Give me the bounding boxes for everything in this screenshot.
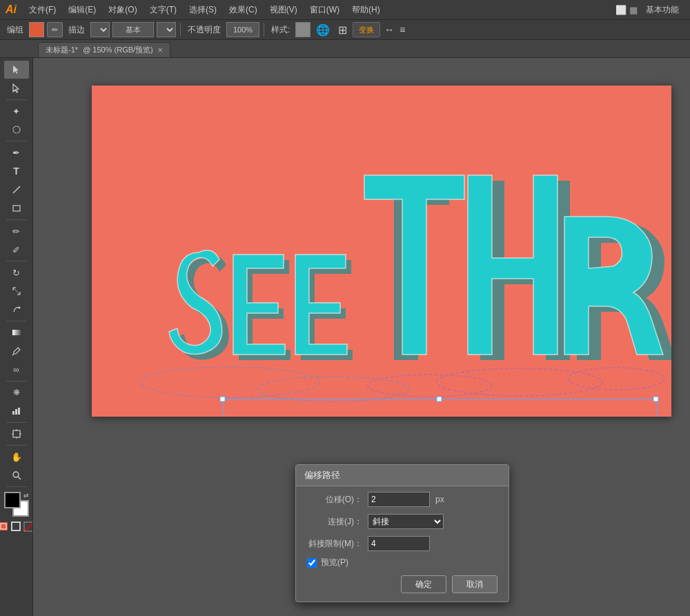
preview-row: 预览(P) (296, 553, 509, 568)
tool-rotate[interactable]: ↻ (4, 264, 29, 281)
tool-zoom[interactable] (4, 466, 29, 484)
dialog-title: 偏移路径 (304, 469, 340, 481)
tool-type[interactable]: T (4, 162, 29, 180)
tool-pencil[interactable]: ✐ (4, 241, 29, 259)
blend-icon: ∞ (13, 365, 19, 375)
opacity-input[interactable] (226, 22, 259, 37)
miter-label: 斜接限制(M)： (307, 538, 362, 550)
magic-wand-icon: ✦ (12, 106, 20, 117)
rotate-icon: ↻ (12, 268, 20, 278)
brush-icon: ✏ (52, 26, 58, 34)
svg-rect-4 (13, 206, 20, 211)
svg-point-30 (368, 375, 492, 397)
transform-btn[interactable]: 变换 (353, 22, 380, 37)
ai-logo: Ai (6, 3, 17, 16)
tool-select[interactable] (4, 61, 29, 79)
fill-stroke-none (0, 521, 33, 533)
fill-icon[interactable] (0, 521, 10, 533)
svg-rect-25 (12, 522, 20, 530)
menu-bar: Ai 文件(F) 编辑(E) 对象(O) 文字(T) 选择(S) 效果(C) 视… (0, 0, 690, 19)
tool-eyedrop[interactable] (4, 342, 29, 360)
offset-unit: px (435, 495, 444, 504)
foreground-color[interactable] (4, 492, 21, 508)
svg-rect-24 (1, 524, 6, 529)
menu-effect[interactable]: 效果(C) (224, 1, 263, 19)
svg-line-26 (24, 522, 34, 532)
color-indicators: ⇄ (4, 492, 29, 517)
tool-hand[interactable]: ✋ (4, 448, 29, 466)
stroke-icon[interactable] (11, 521, 22, 533)
letter-h (468, 175, 570, 360)
svg-line-3 (13, 186, 20, 193)
style-box[interactable] (295, 22, 310, 37)
document-tab[interactable]: 未标题-1* @ 150% (RGB/预览) ✕ (38, 42, 170, 57)
preview-checkbox[interactable] (307, 558, 317, 568)
tool-line[interactable] (4, 181, 29, 199)
preview-label[interactable]: 预览(P) (321, 557, 348, 568)
tool-magic-wand[interactable]: ✦ (4, 102, 29, 120)
tool-lasso[interactable] (4, 121, 29, 139)
menu-help[interactable]: 帮助(H) (346, 1, 386, 19)
brush-settings-btn[interactable]: ✏ (47, 22, 63, 37)
join-select[interactable]: 斜接 圆角 斜切 (368, 514, 444, 529)
menu-type[interactable]: 文字(T) (144, 1, 182, 19)
more-icon[interactable]: ≡ (400, 24, 405, 35)
offset-path-dialog: 偏移路径 位移(O)： px 连接(J)： 斜接 圆角 斜切 斜接限制(M)： (295, 464, 509, 602)
globe-icon[interactable]: 🌐 (316, 23, 330, 37)
menu-object[interactable]: 对象(O) (103, 1, 142, 19)
tool-scale[interactable] (4, 282, 29, 300)
stroke-style-select[interactable] (90, 22, 110, 37)
letter-r (564, 217, 671, 360)
tool-direct-select[interactable] (4, 79, 29, 97)
arrange-icon[interactable]: ⊞ (338, 23, 347, 37)
tab-bar: 未标题-1* @ 150% (RGB/预览) ✕ (0, 40, 690, 58)
svg-point-28 (140, 367, 319, 397)
brush-tool-icon: ✏ (12, 226, 20, 237)
ok-button[interactable]: 确定 (401, 575, 446, 593)
svg-line-12 (12, 354, 14, 355)
tool-gradient[interactable] (4, 324, 29, 341)
selection-rect (223, 399, 658, 417)
toolbar: 编组 ✏ 描边 基本 不透明度 样式: 🌐 ⊞ 变换 ↔ ≡ (0, 19, 690, 40)
miter-row: 斜接限制(M)： (296, 530, 509, 553)
fill-color-box[interactable] (29, 22, 44, 37)
menu-view[interactable]: 视图(V) (264, 1, 303, 19)
color-swap-btn[interactable]: ⇄ (23, 492, 29, 499)
workspace-label[interactable]: 基本功能 (640, 1, 684, 19)
menu-select[interactable]: 选择(S) (184, 1, 222, 19)
plugin-icon: ⬜ (615, 5, 627, 15)
svg-point-32 (568, 368, 664, 390)
tab-name: 未标题-1* @ 150% (RGB/预览) (46, 45, 153, 55)
tool-rect[interactable] (4, 199, 29, 217)
stroke-weight-select[interactable] (157, 22, 176, 37)
opacity-label: 不透明度 (185, 24, 224, 36)
canvas-area[interactable]: 偏移路径 位移(O)： px 连接(J)： 斜接 圆角 斜切 斜接限制(M)： (33, 58, 690, 616)
tool-warp[interactable] (4, 301, 29, 319)
offset-label: 位移(O)： (307, 494, 362, 506)
tool-graph[interactable] (4, 402, 29, 420)
menu-edit[interactable]: 编辑(E) (63, 1, 101, 19)
miter-input[interactable] (368, 536, 430, 551)
tool-artboard[interactable] (4, 425, 29, 443)
tool-sep-4 (6, 261, 27, 261)
flip-icon[interactable]: ↔ (384, 24, 394, 35)
tool-pen[interactable]: ✒ (4, 143, 29, 161)
tab-close-btn[interactable]: ✕ (157, 46, 163, 54)
offset-input[interactable] (368, 492, 430, 507)
dialog-title-bar[interactable]: 偏移路径 (296, 465, 509, 486)
tool-blend[interactable]: ∞ (4, 361, 29, 379)
tool-symbol[interactable]: ❋ (4, 384, 29, 401)
style-label: 样式: (268, 24, 293, 36)
svg-rect-34 (437, 397, 442, 401)
pen-icon: ✒ (12, 148, 20, 158)
menu-file[interactable]: 文件(F) (23, 1, 61, 19)
menu-window[interactable]: 窗口(W) (304, 1, 345, 19)
tool-brush[interactable]: ✏ (4, 222, 29, 240)
artboard (92, 86, 671, 417)
none-icon (23, 521, 34, 533)
toolbar-sep-2 (264, 23, 264, 37)
cancel-button[interactable]: 取消 (452, 575, 497, 593)
svg-point-21 (13, 472, 19, 477)
shadow-text (140, 367, 664, 401)
letter-s (169, 250, 229, 360)
